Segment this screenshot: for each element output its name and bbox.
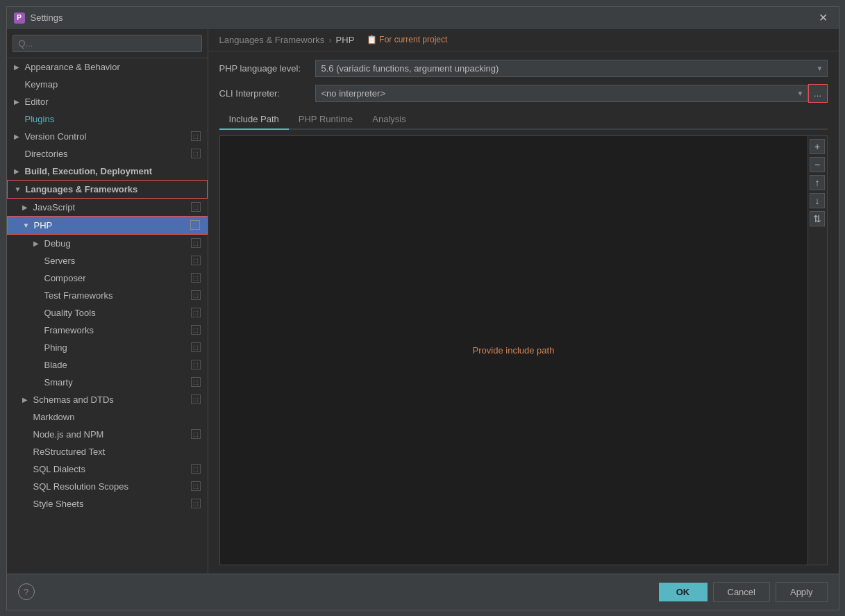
footer-left: ? bbox=[18, 583, 35, 600]
arrow-icon: ▶ bbox=[22, 396, 32, 403]
copy-icon: ⬚ bbox=[191, 394, 201, 404]
sidebar-item-label: Keymap bbox=[24, 79, 201, 90]
copy-icon: ⬚ bbox=[191, 360, 201, 369]
copy-icon: ⬚ bbox=[191, 464, 201, 474]
remove-path-button[interactable]: − bbox=[810, 157, 825, 172]
cli-interpreter-row: CLI Interpreter: <no interpreter> ▼ ... bbox=[219, 84, 828, 103]
sidebar-item-editor[interactable]: ▶ Editor bbox=[7, 93, 208, 110]
provide-path-text: Provide include path bbox=[473, 345, 555, 356]
sidebar-item-php[interactable]: ▼ PHP ⬚ bbox=[7, 216, 208, 235]
sidebar-item-label: Style Sheets bbox=[32, 499, 191, 509]
sidebar-item-build[interactable]: ▶ Build, Execution, Deployment bbox=[7, 163, 208, 180]
sidebar-item-sql-dialects[interactable]: SQL Dialects ⬚ bbox=[7, 460, 208, 478]
sidebar-item-label: Directories bbox=[24, 149, 191, 159]
apply-button[interactable]: Apply bbox=[776, 582, 828, 602]
app-icon: P bbox=[14, 13, 25, 24]
sidebar-item-restructured[interactable]: ReStructured Text bbox=[7, 443, 208, 460]
arrow-icon: ▶ bbox=[14, 98, 24, 106]
copy-icon: ⬚ bbox=[191, 290, 201, 300]
sidebar-item-version-control[interactable]: ▶ Version Control ⬚ bbox=[7, 128, 208, 145]
sidebar-item-markdown[interactable]: Markdown bbox=[7, 408, 208, 426]
sidebar-item-languages[interactable]: ▼ Languages & Frameworks bbox=[7, 180, 208, 199]
sidebar-item-javascript[interactable]: ▶ JavaScript ⬚ bbox=[7, 199, 208, 216]
search-box bbox=[7, 29, 208, 58]
footer: ? OK Cancel Apply bbox=[7, 574, 839, 610]
language-level-label: PHP language level: bbox=[219, 63, 310, 74]
sidebar-item-label: SQL Resolution Scopes bbox=[32, 481, 191, 492]
copy-icon: ⬚ bbox=[191, 481, 201, 491]
title-bar: P Settings ✕ bbox=[7, 7, 839, 29]
copy-icon: ⬚ bbox=[191, 238, 201, 248]
arrow-icon: ▼ bbox=[15, 185, 24, 193]
content-area: ▶ Appearance & Behavior Keymap ▶ Editor … bbox=[7, 29, 839, 574]
language-level-select-wrapper: 5.3 5.4 5.5 5.6 (variadic functions, arg… bbox=[315, 60, 828, 77]
sidebar-item-label: Version Control bbox=[24, 131, 191, 142]
sidebar-item-nodejs[interactable]: Node.js and NPM ⬚ bbox=[7, 426, 208, 443]
project-icon: 📋 bbox=[367, 35, 377, 44]
sidebar-item-label: Composer bbox=[43, 273, 191, 283]
sort-button[interactable]: ⇅ bbox=[810, 211, 825, 226]
sidebar-item-quality-tools[interactable]: Quality Tools ⬚ bbox=[7, 304, 208, 322]
sidebar-item-keymap[interactable]: Keymap bbox=[7, 76, 208, 93]
ok-button[interactable]: OK bbox=[659, 583, 708, 601]
sidebar-item-servers[interactable]: Servers ⬚ bbox=[7, 252, 208, 269]
arrow-icon: ▶ bbox=[22, 203, 32, 211]
for-current-project-link[interactable]: 📋 For current project bbox=[367, 35, 447, 44]
sidebar-item-frameworks[interactable]: Frameworks ⬚ bbox=[7, 322, 208, 339]
tab-php-runtime[interactable]: PHP Runtime bbox=[289, 110, 363, 130]
copy-icon: ⬚ bbox=[190, 220, 200, 230]
language-level-select[interactable]: 5.3 5.4 5.5 5.6 (variadic functions, arg… bbox=[315, 60, 828, 77]
copy-icon: ⬚ bbox=[191, 308, 201, 317]
arrow-icon: ▶ bbox=[14, 167, 24, 175]
sidebar-item-plugins[interactable]: Plugins bbox=[7, 110, 208, 128]
cli-interpreter-label: CLI Interpreter: bbox=[219, 88, 310, 99]
sidebar-item-label: Appearance & Behavior bbox=[24, 62, 201, 72]
tab-include-path[interactable]: Include Path bbox=[219, 110, 289, 130]
help-button[interactable]: ? bbox=[18, 583, 35, 600]
sidebar-item-label: Schemas and DTDs bbox=[32, 394, 191, 405]
sidebar-item-style-sheets[interactable]: Style Sheets ⬚ bbox=[7, 495, 208, 513]
sidebar-item-label: Smarty bbox=[43, 377, 191, 388]
copy-icon: ⬚ bbox=[191, 273, 201, 283]
sidebar-item-appearance[interactable]: ▶ Appearance & Behavior bbox=[7, 58, 208, 76]
sidebar-item-debug[interactable]: ▶ Debug ⬚ bbox=[7, 235, 208, 252]
breadcrumb-bar: Languages & Frameworks › PHP 📋 For curre… bbox=[208, 29, 839, 51]
move-down-button[interactable]: ↓ bbox=[810, 193, 825, 208]
sidebar-item-label: Node.js and NPM bbox=[32, 429, 191, 440]
sidebar-item-sql-resolution[interactable]: SQL Resolution Scopes ⬚ bbox=[7, 478, 208, 495]
sidebar-item-label: Plugins bbox=[24, 114, 201, 124]
sidebar-item-schemas[interactable]: ▶ Schemas and DTDs ⬚ bbox=[7, 391, 208, 408]
sidebar-item-phing[interactable]: Phing ⬚ bbox=[7, 339, 208, 356]
cli-interpreter-select[interactable]: <no interpreter> bbox=[315, 85, 808, 102]
cli-interpreter-select-wrapper: <no interpreter> ▼ bbox=[315, 85, 808, 102]
sidebar-item-directories[interactable]: Directories ⬚ bbox=[7, 145, 208, 163]
project-link-label: For current project bbox=[379, 35, 447, 44]
tab-analysis[interactable]: Analysis bbox=[362, 110, 415, 130]
sidebar-item-label: JavaScript bbox=[32, 202, 191, 213]
sidebar-item-label: Build, Execution, Deployment bbox=[24, 166, 201, 176]
sidebar-item-blade[interactable]: Blade ⬚ bbox=[7, 356, 208, 374]
close-button[interactable]: ✕ bbox=[814, 10, 832, 26]
search-input[interactable] bbox=[12, 35, 202, 52]
sidebar-item-smarty[interactable]: Smarty ⬚ bbox=[7, 374, 208, 391]
sidebar-item-test-frameworks[interactable]: Test Frameworks ⬚ bbox=[7, 287, 208, 304]
sidebar-item-label: Debug bbox=[43, 238, 191, 249]
interpreter-ellipsis-button[interactable]: ... bbox=[808, 84, 828, 103]
copy-icon: ⬚ bbox=[191, 499, 201, 508]
copy-icon: ⬚ bbox=[191, 131, 201, 141]
title-bar-left: P Settings bbox=[14, 13, 63, 24]
add-path-button[interactable]: + bbox=[810, 139, 825, 154]
arrow-icon: ▶ bbox=[14, 63, 24, 71]
arrow-icon: ▶ bbox=[14, 133, 24, 140]
sidebar-item-composer[interactable]: Composer ⬚ bbox=[7, 269, 208, 287]
copy-icon: ⬚ bbox=[191, 429, 201, 439]
language-level-row: PHP language level: 5.3 5.4 5.5 5.6 (var… bbox=[219, 60, 828, 77]
main-panel: Languages & Frameworks › PHP 📋 For curre… bbox=[208, 29, 839, 574]
copy-icon: ⬚ bbox=[191, 149, 201, 158]
sidebar-item-label: SQL Dialects bbox=[32, 464, 191, 474]
breadcrumb-current: PHP bbox=[336, 35, 355, 45]
cancel-button[interactable]: Cancel bbox=[713, 582, 770, 602]
move-up-button[interactable]: ↑ bbox=[810, 175, 825, 190]
sidebar-item-label: Quality Tools bbox=[43, 308, 191, 318]
tabs-bar: Include Path PHP Runtime Analysis bbox=[219, 110, 828, 130]
